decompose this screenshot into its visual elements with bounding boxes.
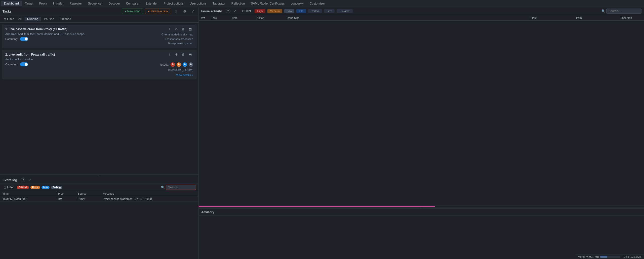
- task-1-delete-button[interactable]: 🗑: [180, 27, 186, 31]
- nav-decoder[interactable]: Decoder: [106, 1, 123, 6]
- task-1-header: 1. Live passive crawl from Proxy (all tr…: [5, 27, 193, 31]
- new-scan-button[interactable]: ● New scan: [122, 9, 143, 14]
- main-layout: Tasks ● New scan ● New live task ⏸ ⚙ ⤢: [0, 7, 644, 259]
- nav-proxy[interactable]: Proxy: [36, 1, 50, 6]
- pause-all-button[interactable]: ⏸: [173, 9, 180, 14]
- task-2-expand-button[interactable]: ⬒: [187, 52, 193, 57]
- filter-tag-low[interactable]: Low: [284, 9, 294, 13]
- issue-table-body: [199, 21, 644, 205]
- task-2-requests: 0 requests (0 errors): [160, 68, 193, 72]
- task-2-capturing-label: Capturing:: [5, 63, 18, 66]
- badge-info[interactable]: Info: [42, 186, 50, 189]
- nav-taborator[interactable]: Taborator: [210, 1, 228, 6]
- view-details-link[interactable]: View details: [176, 73, 191, 76]
- nav-dashboard[interactable]: Dashboard: [1, 1, 22, 6]
- issue-activity-filter-button[interactable]: ⧖ Filter: [240, 9, 253, 13]
- task-card-2: 2. Live audit from Proxy (all traffic) ⏸…: [2, 50, 196, 79]
- issue-col-path: Path: [574, 15, 619, 20]
- task-2-delete-button[interactable]: 🗑: [180, 52, 186, 57]
- progress-area: [199, 205, 644, 207]
- eventlog-expand-button[interactable]: ⤢: [27, 178, 32, 182]
- task-1-pause-button[interactable]: ⏸: [167, 27, 173, 31]
- col-source: Source: [75, 191, 100, 196]
- nav-user-options[interactable]: User options: [187, 1, 210, 6]
- tasks-content: 1. Live passive crawl from Proxy (all tr…: [0, 23, 198, 174]
- filter-tag-certain[interactable]: Certain: [308, 9, 322, 13]
- filter-tag-firm[interactable]: Firm: [324, 9, 335, 13]
- eventlog-search-box: 🔍: [161, 185, 196, 190]
- memory-bar: [600, 256, 620, 258]
- filter-tag-high[interactable]: High: [255, 9, 265, 13]
- issue-activity-header: Issue activity ? ⤢ ⧖ Filter High Medium …: [199, 7, 644, 15]
- task-card-1: 1. Live passive crawl from Proxy (all tr…: [2, 25, 196, 48]
- eventlog-title: Event log: [3, 178, 17, 182]
- filter-tag-tentative[interactable]: Tentative: [337, 9, 353, 13]
- eventlog-table-header-row: Time Type Source Message: [0, 191, 198, 196]
- task-2-pause-button[interactable]: ⏸: [167, 52, 173, 57]
- advisory-header: Advisory: [199, 209, 644, 216]
- issue-activity-search-box: 🔍: [601, 9, 641, 14]
- task-2-settings-button[interactable]: ⚙: [174, 52, 179, 57]
- task-2-badge-orange: 0: [177, 62, 181, 67]
- issue-activity-expand-button[interactable]: ⤢: [232, 9, 238, 13]
- task-1-meta: Capturing:: [5, 37, 85, 41]
- view-details-chevron: »: [192, 73, 193, 76]
- badge-critical[interactable]: Critical: [17, 186, 29, 189]
- nav-logger[interactable]: Logger++: [288, 1, 306, 6]
- nav-extender[interactable]: Extender: [142, 1, 160, 6]
- new-scan-label: New scan: [127, 10, 141, 13]
- advisory-section: Advisory: [199, 209, 644, 259]
- issue-col-type: Issue type: [284, 15, 528, 20]
- task-2-header: 2. Live audit from Proxy (all traffic) ⏸…: [5, 52, 193, 57]
- eventlog-filter-label: Filter: [7, 186, 14, 189]
- issue-search-input[interactable]: [606, 9, 641, 14]
- filter-label: Filter: [7, 17, 14, 21]
- eventlog-header: Event log ? ⤢: [0, 176, 198, 184]
- tasks-resize-handle[interactable]: ···: [0, 174, 198, 176]
- issue-col-action: Action: [254, 15, 284, 20]
- task-1-settings-button[interactable]: ⚙: [174, 27, 179, 31]
- issue-filter-icon: ⧖: [242, 9, 244, 13]
- settings-button[interactable]: ⚙: [182, 9, 188, 14]
- eventlog-help-button[interactable]: ?: [21, 178, 25, 182]
- issue-col-num[interactable]: #▼: [199, 15, 209, 20]
- badge-error[interactable]: Error: [30, 186, 40, 189]
- eventlog-search-input[interactable]: [166, 185, 196, 190]
- nav-intruder[interactable]: Intruder: [50, 1, 66, 6]
- task-1-expand-button[interactable]: ⬒: [187, 27, 193, 31]
- nav-target[interactable]: Target: [22, 1, 36, 6]
- tasks-filter-button[interactable]: ⧖ Filter: [3, 17, 15, 21]
- filter-icon: ⧖: [4, 17, 6, 21]
- new-live-circle-icon: ●: [148, 10, 149, 13]
- nav-saml[interactable]: SAML Raider Certificates: [248, 1, 288, 6]
- task-1-toggle[interactable]: [20, 37, 28, 41]
- task-2-desc: Audit checks - passive: [5, 58, 193, 61]
- eventlog-section: Event log ? ⤢ ⧖ Filter Critical Error In…: [0, 176, 198, 259]
- tab-running[interactable]: Running: [25, 17, 41, 21]
- filter-tag-info[interactable]: Info: [296, 9, 306, 13]
- task-2-badge-blue: 0: [183, 62, 187, 67]
- tab-all[interactable]: All: [16, 17, 24, 21]
- eventlog-filter-button[interactable]: ⧖ Filter: [3, 185, 15, 190]
- nav-customizer[interactable]: Customizer: [307, 1, 328, 6]
- nav-repeater[interactable]: Repeater: [66, 1, 85, 6]
- task-2-issues-row: Issues: 0 0 0 0: [160, 62, 193, 67]
- nav-reflection[interactable]: Reflection: [228, 1, 248, 6]
- task-1-desc: Add links. Add item itself, same domain …: [5, 32, 85, 35]
- tab-paused[interactable]: Paused: [42, 17, 57, 21]
- new-live-task-button[interactable]: ● New live task: [145, 9, 171, 14]
- nav-sequencer[interactable]: Sequencer: [85, 1, 106, 6]
- expand-tasks-button[interactable]: ⤢: [190, 9, 196, 14]
- nav-project-options[interactable]: Project options: [160, 1, 186, 6]
- issue-activity-help-button[interactable]: ?: [226, 9, 230, 13]
- badge-debug[interactable]: Debug: [51, 186, 62, 189]
- tab-finished[interactable]: Finished: [57, 17, 73, 21]
- nav-comparer[interactable]: Comparer: [123, 1, 142, 6]
- left-panel: Tasks ● New scan ● New live task ⏸ ⚙ ⤢: [0, 7, 199, 259]
- top-nav: Dashboard Target Proxy Intruder Repeater…: [0, 0, 644, 7]
- task-2-toggle[interactable]: [20, 62, 28, 66]
- right-panel: Issue activity ? ⤢ ⧖ Filter High Medium …: [199, 7, 644, 259]
- filter-tag-medium[interactable]: Medium: [267, 9, 282, 13]
- status-bar: Memory: 90.7MB Disk: 125.6MB: [575, 254, 644, 259]
- col-time[interactable]: Time: [0, 191, 55, 196]
